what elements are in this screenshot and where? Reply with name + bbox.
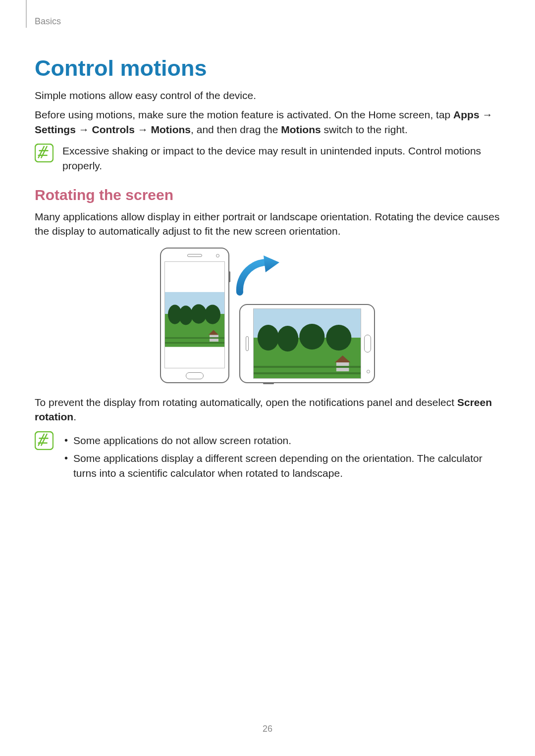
rotation-paragraph-2: To prevent the display from rotating aut… (35, 395, 500, 424)
rotate-arrow-icon (231, 251, 280, 300)
note-icon (35, 431, 54, 450)
svg-rect-22 (254, 372, 361, 374)
intro-paragraph-2: Before using motions, make sure the moti… (35, 107, 500, 137)
list-item: Some applications display a different sc… (62, 451, 500, 481)
arrow-icon: → (138, 124, 148, 135)
svg-point-17 (299, 324, 324, 350)
section-label: Basics (35, 16, 61, 27)
phone-portrait (160, 248, 229, 383)
text: . (73, 411, 76, 422)
intro-paragraph-1: Simple motions allow easy control of the… (35, 88, 500, 102)
rotation-paragraph-1: Many applications allow display in eithe… (35, 209, 500, 239)
svg-point-15 (258, 325, 279, 351)
landscape-photo (254, 309, 361, 378)
screen (164, 261, 225, 368)
content: Control motions Simple motions allow eas… (35, 55, 500, 484)
note-icon (35, 144, 54, 162)
rotation-figure (35, 248, 500, 383)
svg-point-18 (326, 325, 351, 351)
side-button (263, 383, 274, 384)
list-item: Some applications do not allow screen ro… (62, 433, 500, 448)
section-subtitle: Rotating the screen (35, 187, 500, 203)
text: Before using motions, make sure the moti… (35, 109, 453, 120)
page: Basics Control motions Simple motions al… (0, 0, 535, 756)
motions-bold: Motions (281, 124, 321, 135)
note-text: Excessive shaking or impact to the devic… (62, 144, 500, 173)
screen (253, 308, 361, 379)
front-camera (216, 254, 219, 257)
header-rule (26, 0, 27, 28)
landscape-photo (165, 262, 224, 368)
path-apps: Apps (453, 109, 480, 120)
page-title: Control motions (35, 55, 500, 81)
speaker-slot (246, 336, 249, 351)
path-motions: Motions (151, 124, 191, 135)
phone-landscape (239, 304, 375, 383)
svg-marker-23 (264, 255, 279, 272)
svg-rect-1 (165, 262, 224, 292)
path-settings: Settings (35, 124, 76, 135)
svg-rect-21 (254, 366, 361, 368)
note-block: Excessive shaking or impact to the devic… (35, 144, 500, 173)
speaker-slot (187, 254, 202, 257)
svg-point-16 (277, 326, 298, 352)
front-camera (367, 370, 370, 373)
home-button (364, 335, 371, 353)
svg-rect-11 (165, 337, 224, 339)
svg-point-6 (179, 305, 193, 325)
text: , and then drag the (191, 124, 281, 135)
svg-point-8 (205, 304, 220, 324)
note-block: Some applications do not allow screen ro… (35, 431, 500, 484)
arrow-icon: → (79, 124, 89, 135)
svg-rect-12 (165, 342, 224, 344)
text: switch to the right. (321, 124, 408, 135)
home-button (186, 372, 204, 379)
svg-point-7 (191, 304, 207, 323)
text: To prevent the display from rotating aut… (35, 397, 457, 408)
path-controls: Controls (92, 124, 135, 135)
side-button (229, 271, 230, 282)
page-number: 26 (0, 724, 535, 734)
note-bullet-list: Some applications do not allow screen ro… (62, 433, 500, 484)
svg-rect-4 (165, 347, 224, 368)
arrow-icon: → (482, 109, 492, 120)
